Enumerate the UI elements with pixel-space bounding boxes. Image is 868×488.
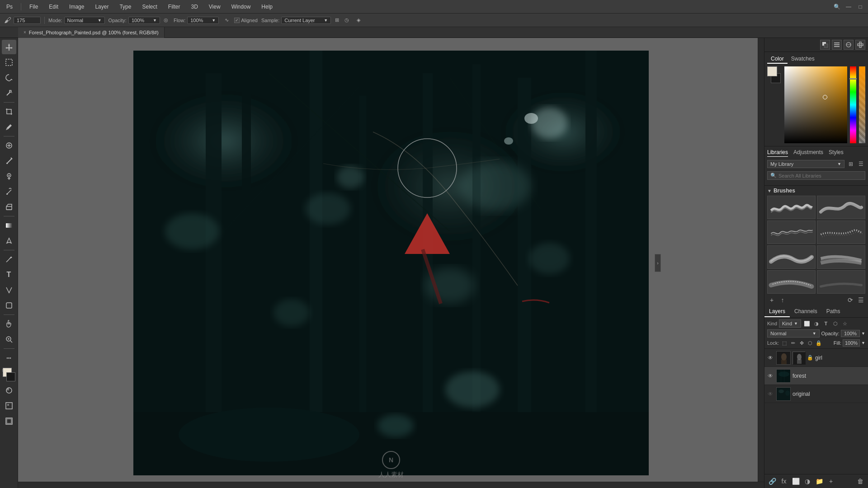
fg-bg-color-swatch[interactable]: ↕ (2, 368, 16, 382)
hue-slider[interactable] (850, 66, 856, 143)
minimize-icon[interactable]: — (844, 3, 853, 11)
menu-layer[interactable]: Layer (92, 4, 111, 10)
layer-item-forest[interactable]: 👁 forest (764, 367, 868, 385)
smart-filter-icon[interactable]: ☆ (841, 319, 849, 328)
panel-adjust-icon[interactable] (844, 40, 854, 50)
shape-tool[interactable] (2, 298, 16, 313)
eraser-tool[interactable] (2, 200, 16, 214)
maximize-icon[interactable]: □ (856, 3, 864, 11)
add-fx-btn[interactable]: fx (779, 476, 789, 486)
lock-artboard-icon[interactable]: ⬡ (807, 339, 814, 347)
color-opacity-slider[interactable] (859, 66, 865, 143)
lasso-tool[interactable] (2, 70, 16, 85)
color-gradient-picker[interactable] (784, 66, 847, 143)
zoom-tool[interactable] (2, 332, 16, 347)
delete-layer-btn[interactable]: 🗑 (855, 476, 865, 486)
marquee-tool[interactable] (2, 55, 16, 70)
document-tab[interactable]: × Forest_Photograph_Painted.psd @ 100% (… (18, 27, 165, 38)
menu-type[interactable]: Type (117, 4, 134, 10)
menu-window[interactable]: Window (229, 4, 254, 10)
type-filter-icon[interactable]: T (822, 319, 830, 328)
layer-visibility-forest[interactable]: 👁 (766, 372, 774, 380)
lock-position-icon[interactable]: ✥ (798, 339, 805, 347)
lock-transparent-icon[interactable]: ⬚ (781, 339, 788, 347)
kind-dropdown[interactable]: Kind ▼ (779, 319, 801, 328)
add-link-btn[interactable]: 🔗 (767, 476, 777, 486)
brush-item-3[interactable] (767, 221, 816, 244)
color-gradient-handle[interactable] (823, 95, 827, 99)
smoothing-icon[interactable]: ∿ (222, 16, 231, 24)
aligned-check-box[interactable] (234, 18, 240, 23)
horizontal-scrollbar[interactable] (18, 482, 764, 488)
sample-all-icon[interactable]: ⊞ (333, 16, 341, 24)
menu-view[interactable]: View (206, 4, 223, 10)
menu-file[interactable]: File (27, 4, 41, 10)
foreground-color[interactable] (767, 66, 777, 76)
brushes-toggle[interactable]: ▼ (767, 188, 772, 193)
quick-mask-btn[interactable] (2, 383, 16, 398)
add-brush-btn[interactable]: + (767, 296, 776, 305)
magic-wand-tool[interactable] (2, 86, 16, 100)
add-mask-btn[interactable]: ⬜ (791, 476, 801, 486)
search-icon[interactable]: 🔍 (833, 3, 841, 11)
flow-input[interactable]: 100% ▼ (187, 17, 219, 24)
bg-swatch[interactable] (6, 372, 15, 381)
sample-dropdown[interactable]: Current Layer ▼ (281, 17, 331, 24)
brush-tool[interactable] (2, 154, 16, 168)
brushes-header[interactable]: ▼ Brushes (767, 188, 865, 194)
crop-tool[interactable] (2, 104, 16, 119)
hue-handle[interactable] (849, 78, 857, 80)
canvas-area[interactable]: N 人人素材 › (18, 38, 764, 488)
import-brush-btn[interactable]: ↑ (778, 296, 787, 305)
opacity-value[interactable]: 100% (841, 330, 860, 337)
brush-menu-btn[interactable]: ☰ (856, 296, 865, 305)
brush-size-value[interactable]: 175 (14, 17, 41, 24)
brush-item-5[interactable] (767, 245, 816, 269)
brush-item-8[interactable] (817, 270, 865, 294)
collapse-panel-button[interactable]: › (655, 254, 661, 272)
brush-item-1[interactable] (767, 196, 816, 219)
adjustment-filter-icon[interactable]: ◑ (812, 319, 821, 328)
text-tool[interactable]: T (2, 267, 16, 282)
panel-info-icon[interactable] (855, 40, 865, 50)
screen-mode-btn[interactable] (2, 399, 16, 413)
grid-view-btn[interactable]: ⊞ (846, 160, 855, 169)
opacity-airbrush-icon[interactable]: ◎ (162, 16, 170, 24)
paths-tab[interactable]: Paths (822, 306, 845, 317)
path-selection-tool[interactable] (2, 283, 16, 297)
layer-visibility-girl[interactable]: 👁 (766, 354, 774, 362)
brush-item-6[interactable] (817, 245, 865, 269)
hand-tool[interactable] (2, 317, 16, 331)
pen-tool[interactable] (2, 252, 16, 267)
swatches-tab[interactable]: Swatches (788, 55, 818, 64)
fill-value[interactable]: 100% (843, 339, 860, 347)
panel-layers-icon[interactable] (832, 40, 842, 50)
brush-item-4[interactable] (817, 221, 865, 244)
blend-mode-dropdown[interactable]: Normal ▼ (767, 329, 820, 338)
gradient-tool[interactable] (2, 218, 16, 233)
move-tool[interactable] (2, 40, 16, 54)
brush-preset-icon[interactable]: 🖌 (4, 16, 12, 24)
heal-tool[interactable] (2, 138, 16, 153)
clone-source-icon[interactable]: ◈ (354, 16, 363, 24)
adjustments-tab[interactable]: Adjustments (793, 149, 823, 157)
mode-dropdown[interactable]: Normal ▼ (64, 17, 105, 24)
layer-visibility-original[interactable]: 👁 (766, 390, 774, 398)
vertical-scrollbar[interactable] (758, 38, 764, 482)
list-view-btn[interactable]: ☰ (856, 160, 865, 169)
aligned-checkbox[interactable]: Aligned (234, 18, 258, 23)
library-search-input[interactable] (778, 173, 862, 178)
channels-tab[interactable]: Channels (790, 306, 822, 317)
menu-select[interactable]: Select (139, 4, 160, 10)
layer-item-original[interactable]: 👁 original (764, 385, 868, 403)
panel-color-icon[interactable] (820, 40, 830, 50)
layer-item-girl[interactable]: 👁 🔒 girl (764, 349, 868, 367)
tab-close-btn[interactable]: × (24, 30, 26, 35)
color-tab[interactable]: Color (767, 55, 788, 64)
shape-filter-icon[interactable]: ⬡ (831, 319, 840, 328)
brush-sync-btn[interactable]: ⟳ (846, 296, 855, 305)
blur-tool[interactable] (2, 234, 16, 248)
create-layer-btn[interactable]: + (826, 476, 836, 486)
styles-tab[interactable]: Styles (829, 149, 844, 157)
brush-item-2[interactable] (817, 196, 865, 219)
